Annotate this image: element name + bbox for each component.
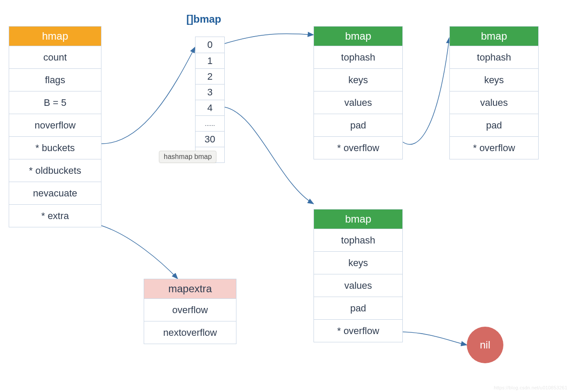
bmap-header: bmap — [314, 27, 402, 46]
bucket-row: 1 — [196, 53, 224, 68]
bmap-header: bmap — [450, 27, 538, 46]
hmap-field-nevacuate: nevacuate — [9, 182, 101, 204]
bmap-field-pad: pad — [314, 114, 402, 136]
hmap-field-oldbuckets: * oldbuckets — [9, 159, 101, 182]
hmap-field-extra: * extra — [9, 204, 101, 227]
hmap-field-count: count — [9, 46, 101, 68]
hmap-field-flags: flags — [9, 68, 101, 91]
bmap-field-tophash: tophash — [314, 229, 402, 251]
bmap-field-values: values — [450, 91, 538, 114]
bmap-field-pad: pad — [450, 114, 538, 136]
bmap-bottom-struct: bmap tophash keys values pad * overflow — [314, 209, 403, 342]
buckets-array: 0 1 2 3 4 ...... 30 31 — [195, 37, 225, 163]
bucket-row-ellipsis: ...... — [196, 115, 224, 131]
mapextra-field-nextoverflow: nextoverflow — [144, 321, 236, 344]
bmap-field-keys: keys — [314, 68, 402, 91]
bmap-field-overflow: * overflow — [314, 136, 402, 159]
hmap-field-b: B = 5 — [9, 91, 101, 114]
bmap-field-overflow: * overflow — [450, 136, 538, 159]
bucket-row: 0 — [196, 37, 224, 53]
bmap-field-tophash: tophash — [314, 46, 402, 68]
hmap-header: hmap — [9, 27, 101, 46]
buckets-array-title: []bmap — [186, 13, 221, 25]
bmap-top2-struct: bmap tophash keys values pad * overflow — [449, 26, 539, 159]
bucket-row: 3 — [196, 84, 224, 100]
mapextra-header: mapextra — [144, 279, 236, 298]
bmap-field-values: values — [314, 91, 402, 114]
bmap-field-keys: keys — [314, 251, 402, 274]
mapextra-field-overflow: overflow — [144, 298, 236, 321]
bmap-top1-struct: bmap tophash keys values pad * overflow — [314, 26, 403, 159]
hmap-struct: hmap count flags B = 5 noverflow * bucke… — [9, 26, 101, 227]
bmap-field-values: values — [314, 274, 402, 297]
bmap-header: bmap — [314, 210, 402, 229]
hmap-field-buckets: * buckets — [9, 136, 101, 159]
hover-tooltip: hashmap bmap — [159, 151, 216, 163]
bmap-field-pad: pad — [314, 297, 402, 319]
bmap-field-tophash: tophash — [450, 46, 538, 68]
watermark: https://blog.csdn.net/u010853261 — [494, 385, 567, 390]
hmap-field-noverflow: noverflow — [9, 114, 101, 136]
bmap-field-keys: keys — [450, 68, 538, 91]
bucket-row: 4 — [196, 100, 224, 115]
nil-node: nil — [467, 327, 503, 363]
bmap-field-overflow: * overflow — [314, 319, 402, 342]
mapextra-struct: mapextra overflow nextoverflow — [144, 279, 236, 344]
bucket-row: 2 — [196, 68, 224, 84]
bucket-row: 30 — [196, 131, 224, 147]
